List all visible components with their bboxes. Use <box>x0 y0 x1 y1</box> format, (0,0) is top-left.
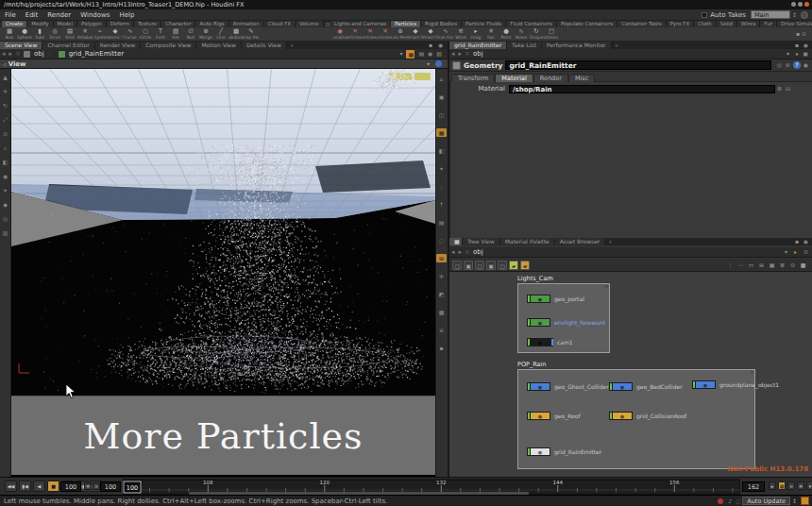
tab-populate-containers[interactable]: Populate Containers <box>557 21 617 27</box>
camera-icon[interactable]: ◉ <box>0 172 10 180</box>
step-back-button[interactable]: ▮◀ <box>19 481 31 492</box>
more-icon[interactable]: ⋯ <box>736 261 746 269</box>
pane-maximize-icon[interactable]: ▪ <box>793 238 801 245</box>
stop-button[interactable]: ■ <box>47 481 59 492</box>
op-list-icon[interactable]: ≣ <box>775 85 784 93</box>
titlebar-maximize-button[interactable] <box>798 2 803 7</box>
range-lock-icon[interactable]: ≡ <box>84 482 92 490</box>
jump-icon[interactable]: ▸ <box>794 50 801 58</box>
folder-tab-render[interactable]: Render <box>533 74 568 82</box>
grid-icon[interactable]: ⊞ <box>436 254 447 262</box>
network-node-geo_roof[interactable]: ●geo_Roof <box>527 412 581 420</box>
back-icon[interactable]: ◂ <box>449 248 457 256</box>
take-spinner-icon[interactable]: ↕ <box>790 11 799 19</box>
node-body[interactable]: ● <box>530 382 550 391</box>
search-icon[interactable]: ⊙ <box>802 248 810 256</box>
forward-icon[interactable]: ▸ <box>457 248 465 256</box>
tab-performance-monitor[interactable]: Performance Monitor <box>542 42 612 49</box>
message-icon[interactable]: ◌ <box>734 498 742 504</box>
tool-metaball[interactable]: ✳Metaball <box>77 27 93 42</box>
range-start-field[interactable]: 100 <box>100 481 121 492</box>
expose-op-icon[interactable]: ▣ <box>464 261 473 270</box>
jump-start-button[interactable]: ◀◀ <box>5 481 17 492</box>
node-render-flag[interactable] <box>550 338 553 346</box>
wireframe-icon[interactable]: ▦ <box>436 128 447 137</box>
frame-field[interactable]: 100 <box>60 481 81 492</box>
range-clear-icon[interactable]: × <box>93 482 100 490</box>
network-view-tab[interactable]: ▦ <box>449 238 463 245</box>
tool-file[interactable]: ▧File <box>168 27 183 42</box>
tab-volume[interactable]: Volume <box>296 21 323 27</box>
tool-l-system[interactable]: ⌁L-System <box>93 27 108 42</box>
take-selector[interactable]: Main <box>751 10 790 19</box>
tool-collision-b[interactable]: ▢Collision B <box>544 27 559 42</box>
key-icon[interactable]: ✦ <box>426 60 431 67</box>
tab-take-list[interactable]: Take List <box>507 42 542 49</box>
auto-update-selector[interactable]: Auto Update <box>742 497 790 505</box>
grid-snap-icon[interactable]: ▦ <box>767 261 777 269</box>
scale-icon[interactable]: ⤢ <box>0 115 10 124</box>
tool-circle[interactable]: ○Circle <box>138 27 153 42</box>
tab-tree-view[interactable]: Tree View <box>463 238 500 245</box>
path-root[interactable]: obj <box>471 248 485 256</box>
flipbook-icon[interactable]: ▦ <box>406 50 414 59</box>
lighting-icon[interactable]: ✦ <box>436 164 447 173</box>
back-icon[interactable]: ◂ <box>0 50 8 58</box>
snapshot-icon[interactable]: ◉ <box>426 50 434 58</box>
tool-attract-fro[interactable]: ◆Attract fro <box>423 27 438 42</box>
node-body[interactable]: ● <box>612 412 633 420</box>
normals-icon[interactable]: ↑ <box>436 200 447 209</box>
tab-drive-simulation[interactable]: Drive Simulation <box>777 21 812 27</box>
ghost-icon[interactable]: ◌ <box>436 236 447 245</box>
collapse-icon[interactable]: ◅ <box>0 60 8 68</box>
layout-icon[interactable]: ▧ <box>434 50 444 58</box>
dropdown-icon[interactable]: ▾ <box>783 248 789 256</box>
options-icon[interactable]: ▾ <box>806 481 812 490</box>
tool-location[interactable]: ◉Location <box>332 27 347 42</box>
tool-curve[interactable]: ∿Curve <box>123 27 138 42</box>
tool-particles-fr[interactable]: ✕Particles fr <box>378 27 393 42</box>
forward-icon[interactable]: ▸ <box>457 50 465 58</box>
cache-icon[interactable] <box>801 497 809 505</box>
box-close-icon[interactable]: ✕ <box>604 284 608 289</box>
ortho-icon[interactable]: ◫ <box>436 110 447 119</box>
folder-tab-material[interactable]: Material <box>495 74 533 82</box>
tab-motion-view[interactable]: Motion View <box>196 42 242 49</box>
pane-maximize-icon[interactable]: ▪ <box>793 42 801 49</box>
tool-torque[interactable]: ↻Torque <box>529 27 544 42</box>
realtime-icon[interactable]: ≡ <box>797 481 804 490</box>
template-op-icon[interactable]: ▢ <box>475 261 484 270</box>
node-body[interactable]: ● <box>612 382 633 391</box>
select-op-icon[interactable]: ▢ <box>498 261 507 270</box>
tab-details-view[interactable]: Details View <box>242 42 287 49</box>
tool-grid[interactable]: ▤Grid <box>62 27 77 42</box>
add-tab-icon[interactable]: ＋ <box>605 238 615 245</box>
move-icon[interactable]: ✛ <box>0 87 10 95</box>
node-body[interactable]: ● <box>530 412 550 420</box>
display-icon[interactable]: ▪ <box>436 344 447 352</box>
tool-torus[interactable]: ◎Torus <box>47 27 62 42</box>
tool-tube[interactable]: ▮Tube <box>32 27 47 42</box>
tab-fur[interactable]: Fur <box>760 21 777 27</box>
select-icon[interactable]: ▲ <box>0 73 10 81</box>
network-node-groundplane_object1[interactable]: ●groundplane_object1 <box>692 380 779 389</box>
network-node-grid_collisionroof[interactable]: ●grid_CollisionRoof <box>609 412 686 420</box>
tool-fan[interactable]: ✳Fan <box>483 27 499 42</box>
tab-wires[interactable]: Wires <box>737 21 760 27</box>
titlebar-minimize-button[interactable] <box>791 2 796 7</box>
pin-icon[interactable]: ⌗ <box>464 248 471 256</box>
network-node-envlight_foreward[interactable]: ●envlight_foreward <box>527 318 605 327</box>
tool-platonic-so[interactable]: ◆Platonic So <box>108 27 123 42</box>
pin-icon[interactable]: ⌗ <box>464 50 471 58</box>
tool-drag[interactable]: ▸Drag <box>468 27 483 42</box>
path-root[interactable]: obj <box>471 50 485 58</box>
node-body[interactable]: ● <box>695 380 716 389</box>
pane-maximize-icon[interactable]: ▪ <box>427 42 434 49</box>
display-op-icon[interactable]: ▢ <box>452 261 462 270</box>
shaded-icon[interactable]: ◧ <box>436 146 447 155</box>
points-icon[interactable]: ∴ <box>436 182 447 191</box>
tab-material-palette[interactable]: Material Palette <box>500 238 555 245</box>
mask-icon[interactable]: ▩ <box>436 308 447 316</box>
node-name-field[interactable]: grid_RainEmitter <box>505 60 771 70</box>
tool-attract-fro[interactable]: ◆Attract fro <box>408 27 423 42</box>
